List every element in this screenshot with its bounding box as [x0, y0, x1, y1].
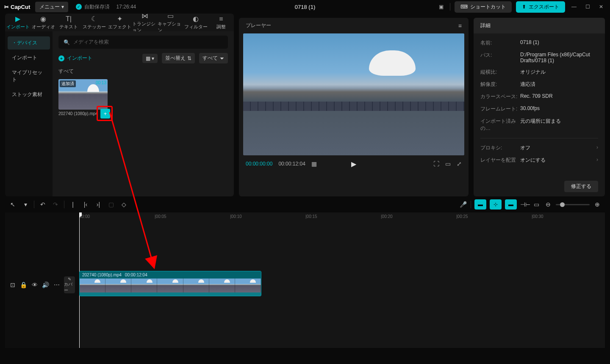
caption-icon: ▭ [167, 12, 174, 20]
detail-val-framerate: 30.00fps [520, 105, 598, 113]
filter-icon: ◐ [193, 15, 199, 23]
mic-icon[interactable]: 🎤 [459, 201, 467, 208]
export-button[interactable]: ⬆エクスポート [516, 1, 565, 13]
player-viewport[interactable] [243, 33, 464, 155]
sidebar-item-device[interactable]: ・デバイス [8, 36, 50, 50]
sidebar-item-stock[interactable]: ストック素材 [8, 88, 50, 101]
tab-text[interactable]: T|テキスト [56, 14, 81, 31]
tab-audio[interactable]: ◉オーディオ [30, 14, 56, 31]
chevron-right-icon[interactable]: › [596, 144, 598, 152]
tool-dropdown[interactable]: ▾ [21, 201, 30, 208]
detail-key-name: 名前: [480, 39, 520, 47]
search-input[interactable]: 🔍メディアを検索 [58, 36, 228, 49]
added-badge: 追加済 [60, 80, 76, 87]
split-tool[interactable]: | [69, 201, 77, 208]
text-icon: T| [66, 15, 72, 23]
autosave-status: ✓ 自動保存済 17:26:44 [76, 3, 136, 11]
import-icon: ▶ [15, 15, 20, 23]
tab-transition[interactable]: ⋈トランジション [132, 14, 158, 31]
magnet-toggle-2[interactable]: ⊹ [490, 199, 502, 210]
audio-icon: ◉ [40, 15, 46, 23]
tab-filter[interactable]: ◐フィルター [183, 14, 208, 31]
tab-adjust[interactable]: ≡調整 [208, 14, 234, 31]
split-left-tool[interactable]: |‹ [81, 201, 90, 208]
cover-button[interactable]: ✎カバー [64, 276, 75, 293]
timeline-ruler[interactable]: 00:00 |00:05 |00:10 |00:15 |00:20 |00:25… [79, 212, 605, 222]
track-collapse-icon[interactable]: ⊡ [9, 281, 16, 288]
fullscreen-icon[interactable]: ⤢ [457, 160, 462, 167]
timeline-clip[interactable]: 202740 (1080p).mp4 00:00:12:04 [79, 271, 261, 296]
detail-val-proxy[interactable]: オフ [520, 144, 596, 152]
app-logo: CapCut [4, 4, 30, 10]
add-to-timeline-button[interactable]: + [100, 109, 110, 119]
menu-button[interactable]: メニュー▾ [35, 2, 68, 12]
undo-button[interactable]: ↶ [39, 201, 47, 208]
focus-icon[interactable]: ⛶ [433, 160, 439, 167]
clip-duration: 00:00:12:04 [125, 273, 147, 277]
detail-key-layer: レイヤーを配置 [480, 157, 520, 164]
delete-tool[interactable]: ▢ [107, 201, 115, 208]
redo-button[interactable]: ↷ [51, 201, 60, 208]
tab-sticker[interactable]: ☾ステッカー [81, 14, 107, 31]
maximize-button[interactable]: ☐ [583, 2, 592, 11]
media-sidebar: ・デバイス インポート マイプリセット ストック素材 [5, 31, 53, 196]
magnet-toggle-3[interactable]: ▬ [505, 199, 517, 210]
eye-icon[interactable]: 👁 [31, 281, 38, 288]
tab-effect[interactable]: ✦エフェクト [107, 14, 132, 31]
player-title: プレーヤー [246, 22, 271, 29]
tab-caption[interactable]: ▭キャプション [158, 14, 183, 31]
media-thumbnail[interactable]: 追加済 00:13 + 202740 (1080p).mp4 [58, 79, 108, 116]
plus-icon: + [58, 55, 64, 61]
fix-button[interactable]: 修正する [564, 181, 598, 192]
layout-icon[interactable]: ▣ [436, 2, 446, 11]
chevron-right-icon[interactable]: › [596, 157, 598, 164]
sort-button[interactable]: 並べ替え ⇅ [162, 53, 195, 63]
marker-tool[interactable]: ◇ [119, 201, 128, 208]
lock-icon[interactable]: 🔒 [20, 281, 27, 288]
project-title: 0718 (1) [295, 4, 315, 10]
detail-val-resolution: 適応済 [520, 81, 598, 88]
sidebar-item-import[interactable]: インポート [8, 51, 50, 64]
detail-val-aspect: オリジナル [520, 69, 598, 76]
player-menu-icon[interactable]: ≡ [458, 22, 462, 29]
detail-header: 詳細 [474, 18, 605, 33]
detail-val-name: 0718 (1) [520, 39, 598, 47]
filter-label: すべて [58, 68, 228, 75]
adjust-icon: ≡ [219, 15, 223, 23]
detail-val-colorspace: Rec. 709 SDR [520, 93, 598, 100]
zoom-out-icon[interactable]: ⊖ [544, 201, 552, 208]
align-icon[interactable]: ⊣⊢ [520, 201, 529, 208]
view-mode-toggle[interactable]: ▦ ▾ [142, 54, 158, 63]
transition-icon: ⋈ [141, 12, 148, 20]
shortcut-button[interactable]: ⌨ショートカット [455, 1, 512, 13]
sidebar-item-preset[interactable]: マイプリセット [8, 66, 50, 86]
zoom-in-icon[interactable]: ⊕ [593, 201, 602, 208]
minimize-button[interactable]: — [569, 2, 579, 11]
detail-val-imported: 元の場所に留まる [520, 118, 598, 132]
detail-val-layer[interactable]: オンにする [520, 157, 596, 164]
import-media-button[interactable]: +インポート [58, 55, 92, 62]
check-icon: ✓ [76, 4, 82, 10]
keyboard-icon: ⌨ [460, 4, 468, 10]
detail-key-path: パス: [480, 52, 520, 63]
pointer-tool[interactable]: ↖ [8, 201, 17, 208]
duration-label: 00:13 [96, 80, 106, 85]
search-icon: 🔍 [64, 39, 70, 45]
play-button[interactable]: ▶ [351, 160, 356, 168]
more-icon[interactable]: ⋯ [53, 281, 60, 288]
clip-name: 202740 (1080p).mp4 [82, 273, 122, 277]
detail-val-path: D:/Program Files (x86)/CapCut Drafts/071… [520, 52, 598, 63]
mute-icon[interactable]: 🔊 [42, 281, 49, 288]
filter-all-button[interactable]: すべて ⏷ [199, 53, 228, 63]
detail-key-colorspace: カラースペース: [480, 93, 520, 100]
compare-icon[interactable]: ▦ [311, 160, 317, 167]
detail-key-proxy: プロキシ: [480, 144, 520, 152]
split-right-tool[interactable]: ›| [94, 201, 103, 208]
detail-key-aspect: 縦横比: [480, 69, 520, 76]
preview-icon[interactable]: ▭ [532, 201, 541, 208]
ratio-icon[interactable]: ▭ [445, 160, 451, 167]
close-button[interactable]: ✕ [596, 2, 606, 11]
tab-import[interactable]: ▶インポート [5, 14, 30, 31]
zoom-slider[interactable] [556, 204, 590, 205]
magnet-toggle-1[interactable]: ▬ [474, 199, 486, 210]
